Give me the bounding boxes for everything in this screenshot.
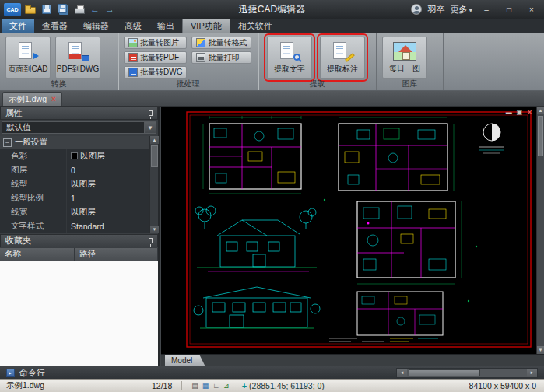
scrollbar-thumb[interactable] (151, 145, 158, 167)
undo-icon[interactable]: ← (89, 4, 101, 15)
more-label: 更多 (450, 4, 467, 16)
panel-minimize-icon[interactable]: ▬ (506, 109, 512, 116)
status-toggles: ▤ ▦ ∟ ⊿ (185, 382, 235, 390)
property-value: 1 (67, 191, 158, 205)
canvas-window-controls: ▬ ▣ ✕ (506, 109, 532, 116)
ribbon-group-extract: 提取文字 提取标注 提取 (258, 33, 377, 90)
property-row[interactable]: 文字样式 Standard (0, 219, 158, 233)
property-grid: 一般设置 色彩 以图层 图层 0 线型 以图层 线型比例 1 线宽 以图层 (0, 136, 158, 233)
divider (181, 381, 182, 390)
layout-tab-bar: Model (161, 354, 544, 366)
extract-text-icon (278, 41, 301, 61)
layout-icon[interactable]: ▤ (191, 382, 198, 390)
scroll-right-icon[interactable] (527, 369, 537, 377)
batch-to-image-button[interactable]: 批量转图片 (124, 37, 187, 49)
extract-dimension-label: 提取标注 (327, 64, 358, 75)
more-menu-button[interactable]: 更多 (450, 4, 472, 16)
drawing-extents: 84100 x 59400 x 0 (469, 381, 544, 390)
tab-advanced[interactable]: 高级 (117, 19, 149, 33)
property-grid-scrollbar[interactable] (149, 136, 158, 233)
scrollbar-thumb[interactable] (409, 369, 480, 376)
preset-dropdown[interactable]: 默认值 (2, 121, 156, 134)
canvas-h-scrollbar[interactable] (396, 368, 538, 378)
property-row[interactable]: 线宽 以图层 (0, 205, 158, 219)
tab-vip-features[interactable]: VIP功能 (182, 19, 230, 33)
pdf-to-dwg-button[interactable]: PDF到DWG (55, 37, 100, 79)
grid-icon[interactable]: ▦ (202, 382, 209, 390)
titlebar: CAD ← → 迅捷CAD编辑器 羽卒 更多 – □ × (0, 0, 544, 19)
property-value: 以图层 (67, 177, 158, 191)
command-prompt-icon (6, 369, 15, 377)
batch-to-pdf-button[interactable]: 批量转PDF (124, 51, 187, 64)
extract-dimension-button[interactable]: 提取标注 (320, 37, 365, 79)
tab-file[interactable]: 文件 (2, 19, 34, 33)
tab-editor[interactable]: 编辑器 (75, 19, 117, 33)
scroll-up-icon[interactable] (150, 136, 159, 144)
open-file-icon[interactable] (23, 2, 37, 16)
batch-to-dwg-label: 批量转DWG (140, 67, 182, 78)
scrollbar-thumb[interactable] (538, 116, 543, 156)
save-all-icon[interactable] (56, 2, 70, 16)
cad-editor-window: CAD ← → 迅捷CAD编辑器 羽卒 更多 – □ × 文件 查看器 编辑器 … (0, 0, 544, 392)
printer-small-icon (196, 53, 205, 62)
status-bar: 示例1.dwg 12/18 ▤ ▦ ∟ ⊿ + (28851.45; 61193… (0, 379, 544, 392)
property-row[interactable]: 色彩 以图层 (0, 149, 158, 163)
maximize-button[interactable]: □ (500, 3, 518, 16)
property-row[interactable]: 线型比例 1 (0, 191, 158, 205)
tab-output[interactable]: 输出 (149, 19, 182, 33)
property-label: 文字样式 (0, 219, 67, 233)
column-name[interactable]: 名称 (0, 248, 75, 261)
favorites-list[interactable] (0, 261, 158, 366)
save-icon[interactable] (40, 2, 54, 16)
scroll-down-icon[interactable] (150, 226, 159, 233)
ortho-icon[interactable]: ∟ (212, 382, 219, 390)
crosshair-icon: + (242, 381, 247, 390)
document-tab[interactable]: 示例1.dwg × (2, 92, 62, 106)
model-tab[interactable]: Model (165, 355, 205, 366)
dropdown-arrow-icon[interactable] (144, 122, 156, 133)
page-to-cad-button[interactable]: 页面到CAD (5, 37, 51, 79)
panel-restore-icon[interactable]: ▣ (517, 109, 523, 116)
close-button[interactable]: × (523, 3, 540, 16)
ribbon-group-convert: 页面到CAD PDF到DWG 转换 (0, 33, 118, 90)
pdf-icon (128, 53, 138, 62)
command-bar[interactable]: 命令行 (0, 366, 544, 379)
property-row[interactable]: 图层 0 (0, 163, 158, 177)
user-avatar-icon[interactable] (411, 4, 422, 15)
pin-icon[interactable] (149, 110, 153, 116)
tab-related-software[interactable]: 相关软件 (230, 19, 280, 33)
floppy-icon (42, 5, 51, 14)
property-label: 线宽 (0, 205, 67, 219)
osnap-icon[interactable]: ⊿ (223, 382, 230, 390)
batch-print-button[interactable]: 批量打印 (191, 51, 251, 64)
print-icon[interactable] (72, 2, 86, 16)
section-general-settings[interactable]: 一般设置 (0, 136, 158, 149)
page-indicator: 12/18 (146, 381, 178, 390)
properties-panel-header: 属性 (0, 107, 158, 120)
menu-tab-bar: 文件 查看器 编辑器 高级 输出 VIP功能 相关软件 (0, 19, 544, 33)
left-panel: 属性 默认值 一般设置 色彩 以图层 图层 0 线型 以图层 线型比例 1 (0, 107, 160, 366)
section-label: 一般设置 (15, 137, 47, 148)
panel-close-icon[interactable]: ✕ (527, 109, 532, 116)
column-path[interactable]: 路径 (75, 248, 158, 261)
scroll-up-icon[interactable] (537, 107, 544, 114)
canvas-v-scrollbar[interactable] (536, 107, 544, 354)
batch-to-format-button[interactable]: 批量转格式 (191, 37, 251, 49)
batch-to-dwg-button[interactable]: 批量转DWG (124, 66, 187, 79)
property-row[interactable]: 线型 以图层 (0, 177, 158, 191)
redo-icon[interactable]: → (104, 4, 116, 15)
tab-viewer[interactable]: 查看器 (34, 19, 75, 33)
pin-icon[interactable] (149, 238, 153, 243)
cad-drawing[interactable] (161, 107, 536, 354)
image-icon (128, 38, 138, 47)
group-label-convert: 转换 (0, 79, 118, 89)
extract-text-button[interactable]: 提取文字 (267, 37, 312, 79)
document-close-icon[interactable]: × (51, 95, 56, 103)
property-label: 线型 (0, 177, 67, 191)
minimize-button[interactable]: – (478, 3, 495, 16)
daily-drawing-button[interactable]: 每日一图 (382, 37, 427, 79)
scroll-down-icon[interactable] (537, 346, 544, 354)
floppy-stack-icon (58, 4, 67, 13)
scroll-left-icon[interactable] (397, 369, 407, 377)
batch-to-pdf-label: 批量转PDF (140, 52, 179, 63)
